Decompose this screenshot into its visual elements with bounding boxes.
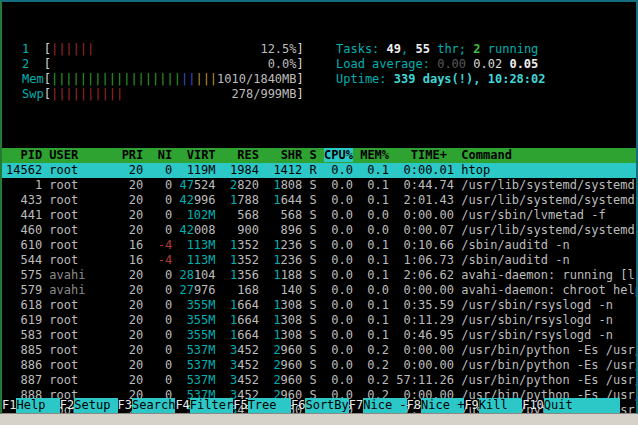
cell-segment: 0.0 [324,193,360,207]
fkey-f9[interactable]: F9Kill [464,398,522,413]
cell-segment: 42 [179,223,193,237]
cell-segment: 1 [223,238,237,252]
process-row[interactable]: 618 root 20 0 355M 1664 1308 S 0.0 0.1 0… [2,298,636,313]
cell-segment: 20 [122,313,151,327]
column-header-pid[interactable]: PID [6,148,42,162]
column-header-res[interactable]: RES [223,148,259,162]
cell-segment: 308 [281,313,303,327]
column-header-ni[interactable]: NI [151,148,173,162]
cell-segment: 104 [194,268,216,282]
column-header-s[interactable]: S [310,148,317,162]
cell-segment: 0.0 [324,343,360,357]
cell-segment: 20 [122,208,151,222]
cell-segment: 886 [6,358,49,372]
cell-segment: 0.1 [360,193,396,207]
cell-segment: 355M [179,313,215,327]
cell-segment: 433 [6,193,49,207]
cell-segment: root [49,238,121,252]
cell-segment: 0.0 [324,208,360,222]
cell-segment: 47 [179,178,193,192]
column-header-command[interactable]: Command [461,148,512,162]
cell-segment: 119M [179,163,215,177]
fkey-f2[interactable]: F2Setup [60,398,118,413]
cell-segment [302,163,309,177]
cell-segment: 0.0 [360,283,396,297]
process-row[interactable]: 441 root 20 0 102M 568 568 S 0.0 0.0 0:0… [2,208,636,223]
process-row[interactable]: 583 root 20 0 355M 1664 1308 S 0.0 0.1 0… [2,328,636,343]
fkey-f3[interactable]: F3Search [118,398,176,413]
process-row[interactable]: 460 root 20 0 42008 900 896 S 0.0 0.0 0:… [2,223,636,238]
fkey-f10[interactable]: F10Quit [522,398,620,413]
column-header-pri[interactable]: PRI [122,148,144,162]
cell-segment: 2 [223,178,237,192]
column-separator [114,148,121,162]
cell-segment: 0.0 [360,223,396,237]
fkey-number: F5 [233,398,247,413]
process-row[interactable]: 619 root 20 0 355M 1664 1308 S 0.0 0.1 0… [2,313,636,328]
process-row[interactable]: 579 avahi 20 0 27976 168 140 S 0.0 0.0 0… [2,283,636,298]
process-row[interactable]: 575 avahi 20 0 28104 1356 1188 S 0.0 0.1… [2,268,636,283]
meter-bracket-icon: [ [44,42,51,56]
column-header-mem[interactable]: MEM% [360,148,389,162]
cell-segment: 0.0 [324,313,360,327]
process-row[interactable]: 544 root 16 -4 113M 1352 1236 S 0.0 0.1 … [2,253,636,268]
cell-segment: 976 [194,283,216,297]
cell-segment: 984 [237,163,259,177]
meters-panel: 1 [||||||12.5%]2 [0.0%]Mem[|||||||||||||… [22,42,308,102]
process-row[interactable]: 610 root 16 -4 113M 1352 1236 S 0.0 0.1 … [2,238,636,253]
fkey-f6[interactable]: F6SortBy [291,398,349,413]
meter-bar-segment: |||||||||||||||||| [51,72,181,86]
cell-segment: 236 [281,253,303,267]
cell-segment: avahi-daemon: running [li [461,268,638,282]
process-row[interactable]: 433 root 20 0 42996 1788 1644 S 0.0 0.1 … [2,193,636,208]
cell-segment: 0:00.07 [396,223,461,237]
cell-segment [216,163,223,177]
column-header-virt[interactable]: VIRT [179,148,215,162]
fkey-f4[interactable]: F4Filter [175,398,233,413]
cell-segment: 42 [179,193,193,207]
cell-segment: 102M [179,208,215,222]
text-segment: thr; [430,42,473,56]
cell-segment: 20 [122,223,151,237]
cell-segment: S [310,178,324,192]
cell-segment [216,178,223,192]
cell-segment: 308 [281,328,303,342]
cell-segment: 0.0 [324,298,360,312]
uptime: Uptime: 339 days(!), 10:28:02 [336,72,546,87]
text-segment: , [401,42,415,56]
meter-bar-segment: |||||||||| [51,87,123,101]
cell-segment: 0 [151,178,180,192]
fkey-f1[interactable]: F1Help [2,398,60,413]
fkey-f8[interactable]: F8Nice + [407,398,465,413]
cell-segment: S [310,298,324,312]
process-row[interactable]: 14562 root 20 0 119M 1984 1412 R 0.0 0.1… [2,163,636,178]
process-row[interactable]: 887 root 20 0 537M 3452 2960 S 0.0 0.2 5… [2,373,636,388]
text-segment: Load average: [336,57,437,71]
cell-segment: 0.1 [360,328,396,342]
cell-segment: 568 [223,208,259,222]
fkey-f5[interactable]: F5Tree [233,398,291,413]
meter-label: 1 [22,42,44,56]
cell-segment: S [310,208,324,222]
process-row[interactable]: 1 root 20 0 47524 2820 1808 S 0.0 0.1 0:… [2,178,636,193]
column-header-shr[interactable]: SHR [266,148,302,162]
column-header-cpu[interactable]: CPU% [324,148,353,162]
column-header-time[interactable]: TIME+ [396,148,454,162]
cell-segment [302,178,309,192]
text-segment: 0.00 [437,57,473,71]
column-header-user[interactable]: USER [49,148,114,162]
cell-segment: 960 [281,358,303,372]
cell-segment: 1 [266,253,280,267]
fkey-f7[interactable]: F7Nice - [349,398,407,413]
text-segment: 0.05 [509,57,538,71]
cell-segment: 0.1 [360,178,396,192]
process-row[interactable]: 886 root 20 0 537M 3452 2960 S 0.0 0.2 0… [2,358,636,373]
process-row[interactable]: 885 root 20 0 537M 3452 2960 S 0.0 0.2 0… [2,343,636,358]
cell-segment: 1 [266,313,280,327]
cell-segment: /usr/sbin/rsyslogd -n [461,298,613,312]
cell-segment: 0.0 [324,223,360,237]
cell-segment: avahi [49,268,121,282]
cell-segment: 0.1 [360,253,396,267]
meter-bar: ||||||||||278/999MB [51,87,297,102]
cell-segment: 1 [266,298,280,312]
